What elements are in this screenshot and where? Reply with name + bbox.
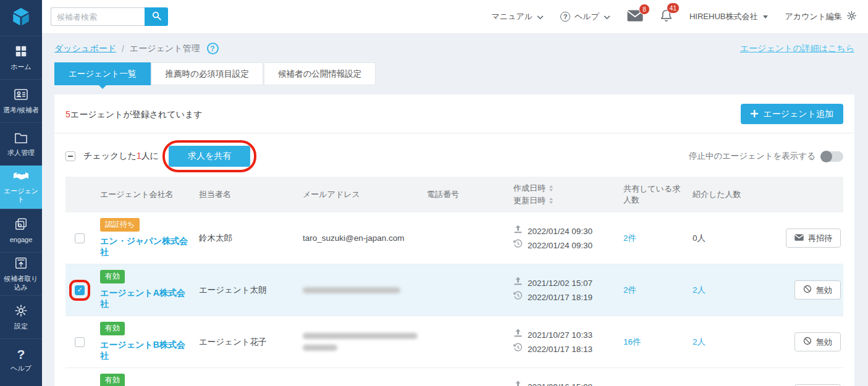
sidebar-item-home[interactable]: ホーム bbox=[0, 36, 42, 79]
sidebar-item-settings[interactable]: 設定 bbox=[0, 295, 42, 338]
sidebar-item-agents[interactable]: エージェント bbox=[0, 166, 42, 209]
import-icon bbox=[14, 256, 28, 271]
topbar: マニュアル ? ヘルプ 8 bbox=[42, 0, 868, 34]
col-header-people: 紹介した人数 bbox=[693, 183, 772, 206]
folder-icon bbox=[14, 132, 28, 145]
agent-table: エージェント会社名 担当者名 メールアドレス 電話番号 作成日時 更新日時 共有… bbox=[65, 177, 843, 386]
manual-menu[interactable]: マニュアル bbox=[492, 11, 544, 22]
show-stopped-toggle[interactable] bbox=[821, 151, 843, 162]
breadcrumb-current: エージェント管理 bbox=[130, 43, 200, 54]
mail-count-badge: 8 bbox=[639, 4, 650, 15]
person-name: エージェント次郎 bbox=[199, 383, 303, 386]
envelope-icon bbox=[794, 233, 804, 243]
sort-created[interactable]: 作成日時 bbox=[513, 182, 546, 195]
sidebar-item-import[interactable]: 候補者取り込み bbox=[0, 252, 42, 295]
created-date: 2022/01/24 09:30 bbox=[528, 224, 592, 238]
history-icon bbox=[513, 290, 523, 304]
tab-agent-list[interactable]: エージェント一覧 bbox=[54, 62, 151, 85]
col-header-email: メールアドレス bbox=[303, 183, 427, 206]
company-name: HIREHUB株式会社 bbox=[689, 11, 758, 22]
show-stopped-toggle-label: 停止中のエージェントを表示する bbox=[689, 151, 815, 162]
tab-public-info-settings[interactable]: 候補者の公開情報設定 bbox=[264, 62, 376, 85]
handshake-icon bbox=[13, 171, 29, 183]
upload-icon bbox=[513, 224, 523, 238]
table-row: 認証待ち エン・ジャパン株式会社 鈴木太郎 taro_suzuki@en-jap… bbox=[65, 212, 843, 264]
table-header-row: エージェント会社名 担当者名 メールアドレス 電話番号 作成日時 更新日時 共有… bbox=[65, 177, 843, 212]
person-name: エージェント花子 bbox=[199, 331, 303, 353]
home-grid-icon bbox=[14, 44, 28, 59]
messages-button[interactable]: 8 bbox=[627, 10, 643, 23]
sort-icon[interactable] bbox=[549, 185, 553, 191]
referred-count-link[interactable]: 2人 bbox=[693, 285, 706, 295]
sidebar-item-engage[interactable]: engage bbox=[0, 209, 42, 252]
help-menu[interactable]: ? ヘルプ bbox=[560, 11, 610, 22]
referred-count-link[interactable]: 2人 bbox=[693, 337, 706, 346]
history-icon bbox=[513, 342, 523, 356]
manual-label: マニュアル bbox=[492, 11, 533, 22]
table-row: 有効 エージェントC株式会社 エージェント次郎 2021/09/16 15:08… bbox=[65, 368, 843, 386]
gear-icon bbox=[846, 10, 857, 23]
disable-button[interactable]: 無効 bbox=[794, 332, 841, 351]
notifications-button[interactable]: 41 bbox=[660, 9, 673, 25]
sidebar-item-label: ホーム bbox=[9, 62, 33, 71]
page-help-icon[interactable]: ? bbox=[207, 43, 219, 54]
created-date: 2021/12/02 15:07 bbox=[528, 276, 592, 290]
question-circle-icon: ? bbox=[560, 12, 570, 22]
updated-date: 2022/01/17 18:19 bbox=[528, 290, 592, 304]
company-link[interactable]: エージェントA株式会社 bbox=[100, 288, 193, 310]
search-input[interactable] bbox=[51, 7, 145, 26]
checked-count-text: チェックした1人に bbox=[83, 151, 159, 162]
phone-text bbox=[427, 337, 513, 348]
shared-jobs-link[interactable]: 2件 bbox=[623, 233, 636, 243]
shared-jobs-link[interactable]: 16件 bbox=[623, 337, 641, 346]
engage-icon bbox=[14, 217, 28, 232]
share-jobs-button[interactable]: 求人を共有 bbox=[169, 146, 250, 167]
prohibit-icon bbox=[803, 285, 812, 295]
row-checkbox[interactable] bbox=[75, 233, 85, 243]
col-header-person: 担当者名 bbox=[199, 183, 303, 206]
candidate-card-icon bbox=[14, 88, 28, 103]
cube-logo-icon bbox=[11, 6, 32, 30]
select-all-checkbox[interactable] bbox=[65, 151, 75, 161]
history-icon bbox=[513, 238, 523, 253]
breadcrumb-separator: / bbox=[122, 44, 124, 54]
search-button[interactable] bbox=[145, 7, 168, 26]
sidebar-item-label: 設定 bbox=[13, 322, 29, 330]
agent-detail-link[interactable]: エージェントの詳細はこちら bbox=[740, 43, 854, 54]
created-date: 2021/09/16 15:08 bbox=[528, 380, 592, 386]
status-badge: 有効 bbox=[100, 270, 125, 283]
row-checkbox[interactable] bbox=[75, 285, 85, 295]
upload-icon bbox=[513, 328, 523, 342]
company-link[interactable]: エン・ジャパン株式会社 bbox=[100, 236, 193, 258]
sidebar: ホーム 選考/候補者 求人管理 エージェント bbox=[0, 0, 42, 386]
app-logo[interactable] bbox=[0, 0, 42, 36]
sort-updated[interactable]: 更新日時 bbox=[513, 195, 546, 207]
prohibit-icon bbox=[803, 337, 812, 347]
reinvite-button[interactable]: 再招待 bbox=[786, 229, 841, 248]
sidebar-item-label: 候補者取り込み bbox=[0, 274, 42, 292]
sidebar-item-jobs[interactable]: 求人管理 bbox=[0, 122, 42, 166]
col-header-dates: 作成日時 更新日時 bbox=[513, 177, 623, 212]
sort-icon[interactable] bbox=[549, 198, 553, 204]
breadcrumb-dashboard-link[interactable]: ダッシュボード bbox=[54, 43, 116, 54]
add-agent-button[interactable]: エージェント追加 bbox=[741, 104, 843, 124]
row-checkbox[interactable] bbox=[75, 337, 85, 347]
sidebar-item-help[interactable]: ? ヘルプ bbox=[0, 338, 42, 382]
sidebar-item-label: ヘルプ bbox=[9, 364, 33, 372]
breadcrumb: ダッシュボード / エージェント管理 ? エージェントの詳細はこちら bbox=[54, 43, 854, 54]
notification-count-badge: 41 bbox=[667, 2, 680, 14]
email-masked bbox=[303, 282, 427, 299]
account-edit-button[interactable]: アカウント編集 bbox=[785, 10, 857, 23]
tab-recommend-settings[interactable]: 推薦時の必須項目設定 bbox=[151, 62, 263, 85]
phone-text bbox=[427, 285, 513, 296]
help-label: ヘルプ bbox=[575, 11, 599, 22]
chevron-down-icon bbox=[604, 12, 610, 22]
tab-bar: エージェント一覧 推薦時の必須項目設定 候補者の公開情報設定 bbox=[54, 62, 854, 85]
disable-button[interactable]: 無効 bbox=[794, 280, 841, 300]
company-link[interactable]: エージェントB株式会社 bbox=[100, 340, 193, 362]
sidebar-item-candidates[interactable]: 選考/候補者 bbox=[0, 79, 42, 122]
account-edit-label: アカウント編集 bbox=[785, 11, 842, 22]
shared-jobs-link[interactable]: 2件 bbox=[623, 285, 636, 295]
company-account-menu[interactable]: HIREHUB株式会社 bbox=[689, 11, 769, 22]
search-icon bbox=[151, 10, 162, 23]
